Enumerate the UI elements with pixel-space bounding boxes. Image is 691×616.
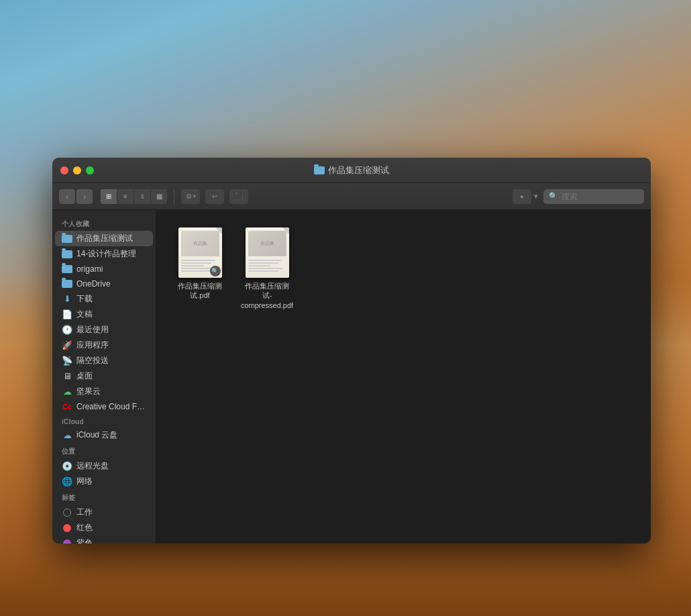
sidebar-label-tag-red: 红色 [76, 522, 93, 533]
remote-disc-icon: 💿 [62, 461, 72, 472]
column-view-icon: ⦀ [141, 193, 144, 201]
sidebar-item-network[interactable]: 🌐 网络 [55, 474, 153, 489]
sidebar-item-shejizuopin[interactable]: 14-设计作品整理 [55, 246, 153, 262]
chevron-down-icon: ▾ [193, 193, 196, 199]
pdf-thumbnail-1: 作品集 🔍 [178, 227, 222, 278]
tag-purple-icon [62, 538, 72, 544]
traffic-lights [60, 166, 94, 174]
zoom-badge: 🔍 [210, 266, 221, 276]
sidebar-item-recents[interactable]: 🕐 最近使用 [55, 322, 153, 338]
sidebar-label-download: 下载 [76, 293, 93, 305]
jianguo-icon: ☁ [62, 387, 72, 397]
finder-window: 作品集压缩测试 ‹ › ⊞ ≡ ⦀ ▦ [52, 158, 651, 544]
tag-work-icon [62, 507, 72, 518]
grid-view-icon: ⊞ [106, 193, 111, 200]
action-button[interactable]: ⚙ ▾ [181, 189, 200, 204]
undo-button[interactable]: ↩ [205, 189, 224, 204]
sidebar-label-apps: 应用程序 [76, 340, 109, 351]
folder-icon-4 [62, 278, 72, 289]
search-input[interactable] [562, 192, 629, 201]
title-bar: 作品集压缩测试 [52, 158, 651, 183]
sidebar-item-desktop[interactable]: 🖥 桌面 [55, 368, 153, 384]
search-icon: 🔍 [549, 192, 558, 201]
path-icon: ● [520, 193, 523, 200]
sidebar-section-locations: 位置 [52, 443, 156, 458]
sidebar-label-desktop: 桌面 [76, 370, 93, 382]
share-icon: ⬛ [235, 193, 243, 200]
sidebar-label-tag-purple: 紫色 [76, 537, 93, 544]
download-icon: ⬇ [62, 294, 72, 305]
view-column-button[interactable]: ⦀ [134, 189, 150, 204]
sidebar-item-creative[interactable]: Cc Creative Cloud Files [55, 399, 153, 414]
sidebar: 个人收藏 作品集压缩测试 14-设计作品整理 origami [52, 210, 156, 544]
sidebar-item-download[interactable]: ⬇ 下载 [55, 291, 153, 307]
sidebar-section-favorites: 个人收藏 [52, 215, 156, 231]
sidebar-item-icloud[interactable]: ☁ iCloud 云盘 [55, 427, 153, 443]
sidebar-item-tag-work[interactable]: 工作 [55, 505, 153, 520]
forward-icon: › [83, 193, 86, 201]
back-button[interactable]: ‹ [59, 189, 75, 204]
sidebar-item-tag-red[interactable]: 红色 [55, 520, 153, 535]
sidebar-label-zuopinjiya: 作品集压缩测试 [76, 233, 133, 244]
view-icon-button[interactable]: ⊞ [101, 189, 117, 204]
file-item-2[interactable]: 作品集 作品集压缩测试-compressed.pdf [237, 223, 297, 314]
network-icon: 🌐 [62, 476, 72, 487]
maximize-button[interactable] [86, 166, 94, 174]
forward-button[interactable]: › [76, 189, 93, 204]
sidebar-label-remote: 远程光盘 [76, 460, 109, 472]
search-bar[interactable]: 🔍 [543, 189, 644, 204]
window-title: 作品集压缩测试 [328, 164, 389, 176]
share-button[interactable]: ⬛ [229, 189, 248, 204]
gear-icon: ⚙ [186, 193, 192, 200]
minimize-button[interactable] [73, 166, 81, 174]
sidebar-label-jianguo: 坚果云 [76, 386, 101, 397]
sidebar-item-remote[interactable]: 💿 远程光盘 [55, 458, 153, 474]
main-content: 个人收藏 作品集压缩测试 14-设计作品整理 origami [52, 210, 651, 544]
file-item-1[interactable]: 作品集 🔍 作品集压缩测试.pdf [170, 223, 230, 314]
sidebar-label-creative: Creative Cloud Files [76, 402, 146, 411]
view-list-button[interactable]: ≡ [117, 189, 134, 204]
folder-icon-3 [62, 264, 72, 274]
sidebar-label-origami: origami [76, 264, 103, 274]
view-gallery-button[interactable]: ▦ [151, 189, 167, 204]
sidebar-item-onedrive[interactable]: OneDrive [55, 276, 153, 291]
sidebar-item-jianguo[interactable]: ☁ 坚果云 [55, 384, 153, 399]
sidebar-item-tag-purple[interactable]: 紫色 [55, 535, 153, 544]
pdf-thumbnail-2: 作品集 [246, 227, 289, 278]
sidebar-item-docs[interactable]: 📄 文稿 [55, 307, 153, 322]
sidebar-item-origami[interactable]: origami [55, 262, 153, 276]
folder-icon-2 [62, 249, 72, 260]
creative-cloud-icon: Cc [62, 401, 72, 412]
airdrop-icon: 📡 [62, 356, 72, 366]
sidebar-label-tag-work: 工作 [76, 507, 93, 518]
sidebar-section-icloud: iCloud [52, 414, 156, 427]
folder-icon [62, 234, 72, 244]
back-icon: ‹ [66, 193, 68, 201]
toolbar-separator-1 [174, 190, 174, 203]
nav-buttons: ‹ › [59, 189, 93, 204]
recents-icon: 🕐 [62, 325, 72, 336]
list-view-icon: ≡ [123, 193, 127, 200]
sidebar-label-airdrop: 隔空投送 [76, 355, 109, 366]
sidebar-label-docs: 文稿 [76, 309, 93, 320]
sidebar-label-shejizuopin: 14-设计作品整理 [76, 248, 136, 260]
sidebar-item-zuopinjiya[interactable]: 作品集压缩测试 [55, 231, 153, 246]
sidebar-label-icloud: iCloud 云盘 [76, 429, 117, 441]
file-name-2: 作品集压缩测试-compressed.pdf [241, 281, 293, 310]
gallery-view-icon: ▦ [156, 193, 162, 200]
sidebar-label-recents: 最近使用 [76, 324, 109, 336]
docs-icon: 📄 [62, 309, 72, 320]
path-button[interactable]: ● [513, 189, 531, 204]
file-name-1: 作品集压缩测试.pdf [178, 281, 222, 301]
icloud-icon: ☁ [62, 430, 72, 441]
toolbar: ‹ › ⊞ ≡ ⦀ ▦ ⚙ ▾ ↩ [52, 183, 651, 210]
files-grid: 作品集 🔍 作品集压缩测试.pdf [156, 210, 651, 327]
sidebar-label-network: 网络 [76, 476, 93, 487]
dropdown-arrow: ▾ [534, 192, 538, 201]
sidebar-label-onedrive: OneDrive [76, 279, 111, 289]
close-button[interactable] [60, 166, 68, 174]
view-buttons: ⊞ ≡ ⦀ ▦ [101, 189, 167, 204]
sidebar-item-apps[interactable]: 🚀 应用程序 [55, 338, 153, 353]
sidebar-section-tags: 标签 [52, 489, 156, 505]
sidebar-item-airdrop[interactable]: 📡 隔空投送 [55, 353, 153, 368]
